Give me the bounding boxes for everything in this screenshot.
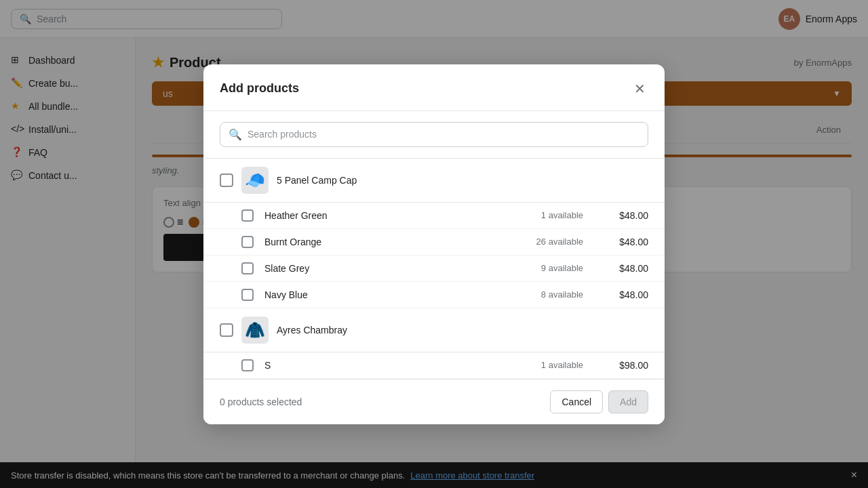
selected-count: 0 products selected <box>220 396 302 407</box>
product-name-camp-cap: 5 Panel Camp Cap <box>277 175 357 186</box>
product-list: 🧢 5 Panel Camp Cap Heather Green 1 avail… <box>203 159 665 379</box>
modal-search: 🔍 <box>203 111 665 159</box>
variant-row-slate-grey: Slate Grey 9 available $48.00 <box>203 256 665 282</box>
variant-row-burnt-orange: Burnt Orange 26 available $48.00 <box>203 229 665 256</box>
modal-title: Add products <box>220 81 299 96</box>
product-group-camp-cap: 🧢 5 Panel Camp Cap Heather Green 1 avail… <box>203 159 665 308</box>
product-check-camp-cap[interactable] <box>220 174 233 187</box>
modal-header: Add products ✕ <box>203 64 665 111</box>
variant-price-burnt-orange: $48.00 <box>594 237 648 247</box>
variant-name-slate-grey: Slate Grey <box>264 263 509 274</box>
variant-price-s: $98.00 <box>594 360 648 371</box>
variant-check-slate-grey[interactable] <box>241 262 254 274</box>
product-group-ayres-chambray: 🧥 Ayres Chambray S 1 available $98.00 <box>203 308 665 379</box>
variant-price-heather-green: $48.00 <box>594 210 648 221</box>
search-icon: 🔍 <box>229 128 242 141</box>
search-input-wrap: 🔍 <box>220 122 648 147</box>
variant-check-s[interactable] <box>241 359 254 371</box>
variant-avail-navy-blue: 8 available <box>509 289 583 300</box>
variant-check-burnt-orange[interactable] <box>241 236 254 248</box>
product-check-ayres-chambray[interactable] <box>220 323 233 337</box>
variant-row-s: S 1 available $98.00 <box>203 352 665 379</box>
modal-overlay: Add products ✕ 🔍 🧢 5 Panel Camp Cap <box>0 0 868 488</box>
variant-name-burnt-orange: Burnt Orange <box>264 237 509 247</box>
variant-name-navy-blue: Navy Blue <box>264 289 509 300</box>
footer-buttons: Cancel Add <box>550 390 648 413</box>
variant-name-heather-green: Heather Green <box>264 210 509 221</box>
cancel-button[interactable]: Cancel <box>550 390 603 413</box>
variant-check-heather-green[interactable] <box>241 209 254 222</box>
cap-icon: 🧢 <box>245 171 265 190</box>
variant-avail-s: 1 available <box>509 360 583 370</box>
modal-close-button[interactable]: ✕ <box>631 78 648 100</box>
add-button[interactable]: Add <box>608 390 648 413</box>
add-products-modal: Add products ✕ 🔍 🧢 5 Panel Camp Cap <box>203 64 665 424</box>
variant-avail-heather-green: 1 available <box>509 210 583 220</box>
jacket-icon: 🧥 <box>245 321 265 340</box>
variant-row-heather-green: Heather Green 1 available $48.00 <box>203 203 665 229</box>
variant-avail-slate-grey: 9 available <box>509 263 583 273</box>
variant-avail-burnt-orange: 26 available <box>509 237 583 247</box>
variant-name-s: S <box>264 360 509 371</box>
search-products-input[interactable] <box>248 129 639 140</box>
variant-row-navy-blue: Navy Blue 8 available $48.00 <box>203 282 665 308</box>
variant-price-slate-grey: $48.00 <box>594 263 648 274</box>
variant-price-navy-blue: $48.00 <box>594 289 648 300</box>
product-thumb-ayres-chambray: 🧥 <box>241 317 269 344</box>
product-group-header-ayres-chambray: 🧥 Ayres Chambray <box>203 308 665 352</box>
product-name-ayres-chambray: Ayres Chambray <box>277 325 347 336</box>
variant-check-navy-blue[interactable] <box>241 289 254 301</box>
modal-footer: 0 products selected Cancel Add <box>203 379 665 424</box>
product-thumb-camp-cap: 🧢 <box>241 167 269 194</box>
product-group-header-camp-cap: 🧢 5 Panel Camp Cap <box>203 159 665 203</box>
